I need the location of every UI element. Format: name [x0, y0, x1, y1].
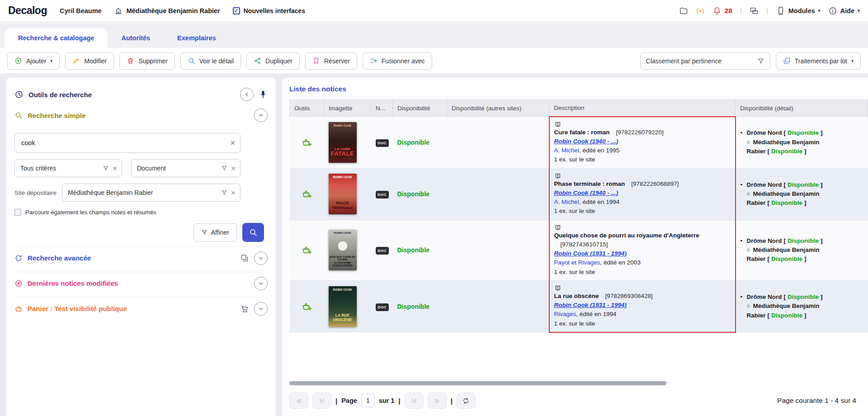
clear-site-icon[interactable]: × [231, 189, 236, 197]
basket-header[interactable]: Panier : Test visibilité publique [14, 305, 127, 313]
expand-recent-records-button[interactable] [254, 277, 268, 290]
collapse-simple-search-button[interactable] [254, 109, 268, 122]
batch-processing-button[interactable]: Traitements par lot ▾ [776, 52, 861, 70]
page-input[interactable] [361, 394, 375, 407]
search-submit-button[interactable] [242, 223, 264, 242]
advanced-search-header[interactable]: Recherche avancée [14, 254, 91, 262]
record-publisher-link[interactable]: Rivages [554, 311, 576, 317]
record-title[interactable]: Cure fatale : roman [554, 129, 610, 136]
folder-share-icon[interactable] [679, 6, 688, 15]
header-description[interactable]: Description [549, 100, 736, 117]
record-publisher-link[interactable]: Payot et Rivages [554, 259, 600, 266]
search-input[interactable] [14, 133, 241, 153]
add-to-basket-icon[interactable] [302, 189, 312, 199]
recent-records-header[interactable]: Dernières notices modifiées [14, 279, 118, 288]
criteria-select[interactable]: Tous critères × [14, 159, 122, 177]
screens-icon[interactable] [750, 6, 759, 15]
record-author-link[interactable]: Robin Cook (1940 - ...) [554, 138, 618, 145]
modules-label: Modules [788, 7, 815, 14]
tab-autorites[interactable]: Autorités [108, 28, 164, 48]
record-publisher-link[interactable]: A. Michel [554, 147, 580, 154]
modules-menu[interactable]: Modules ▾ [776, 6, 821, 15]
simple-search-header[interactable]: Recherche simple [14, 111, 85, 119]
sort-select[interactable]: Classement par pertinence [640, 52, 770, 70]
beacon-icon[interactable] [696, 6, 705, 15]
record-title[interactable]: Quelque chose de pourri au royaume d'Ang… [554, 232, 699, 239]
header-disponibilite[interactable]: Disponibilité [393, 100, 447, 117]
list-title: Liste des notices [289, 85, 868, 93]
notes-checkbox[interactable] [14, 209, 21, 216]
record-author-link[interactable]: Robin Cook (1940 - ...) [554, 189, 618, 196]
merge-icon [370, 57, 377, 65]
record-cover-thumbnail[interactable]: Robin Cook LA CURE FATALE [329, 122, 357, 163]
page-label: Page [341, 397, 357, 404]
tab-exemplaires[interactable]: Exemplaires [164, 28, 229, 48]
cart-icon[interactable] [240, 304, 249, 313]
new-interfaces-toggle[interactable]: ✓ Nouvelles interfaces [233, 7, 305, 14]
expand-advanced-search-button[interactable] [254, 251, 268, 265]
delete-button[interactable]: Supprimer [119, 52, 175, 70]
add-to-basket-icon[interactable] [302, 245, 312, 255]
pager-prev-set-button[interactable] [289, 392, 308, 409]
pin-panel-icon[interactable] [259, 90, 268, 99]
header-disponibilite-autres[interactable]: Disponibilité (autres sites) [447, 100, 549, 117]
record-cover-thumbnail[interactable]: ROBIN COOK PHASE TERMINALE [329, 174, 357, 214]
add-button[interactable]: Ajouter ▾ [7, 52, 60, 70]
refine-button[interactable]: Affiner [193, 223, 237, 241]
collapse-panel-button[interactable] [240, 88, 254, 101]
aide-menu[interactable]: Aide ▾ [828, 6, 860, 15]
notifications-button[interactable]: 28 [712, 6, 732, 15]
view-detail-button[interactable]: Voir le détail [180, 52, 241, 70]
table-row[interactable]: Robin Cook LA CURE FATALE DOC Disponible… [290, 117, 868, 169]
cover-text: QUELQUE CHOSE DE POURRI [330, 255, 356, 261]
record-cover-thumbnail[interactable]: ROBIN COOK LA RUE OBSCÈNE [329, 286, 357, 327]
pager-first-page-button[interactable] [312, 392, 331, 409]
record-title[interactable]: Phase terminale : roman [554, 180, 625, 187]
expand-basket-button[interactable] [254, 302, 268, 316]
clear-search-icon[interactable]: × [230, 139, 235, 147]
notes-checkbox-row[interactable]: Parcourir également les champs notes et … [14, 209, 268, 216]
search-icon [249, 228, 258, 237]
app-logo[interactable]: Decalog [8, 5, 47, 17]
table-row[interactable]: ROBIN COOK PHASE TERMINALE DOC Disponibl… [290, 168, 868, 220]
record-author-link[interactable]: Robin Cook (1931 - 1994) [554, 302, 627, 308]
record-cover-thumbnail[interactable]: ROBIN COOK QUELQUE CHOSE DE POURRI AU RO… [329, 230, 357, 270]
record-edition: , édité en 1995 [579, 147, 619, 154]
clear-doctype-icon[interactable]: × [231, 165, 236, 172]
site-select-value: Médiathèque Benjamin Rabier [68, 189, 217, 196]
open-window-icon[interactable] [240, 254, 249, 263]
add-to-basket-icon[interactable] [302, 301, 312, 312]
site-select[interactable]: Médiathèque Benjamin Rabier × [62, 184, 241, 202]
header-outils[interactable]: Outils [290, 100, 324, 117]
header-disponibilite-detail[interactable]: Disponibilité (détail) [736, 100, 868, 117]
current-site[interactable]: Médiathèque Benjamin Rabier [114, 7, 220, 15]
header-imagette[interactable]: Imagette [324, 100, 371, 117]
duplicate-button[interactable]: Dupliquer [246, 52, 300, 70]
new-interfaces-checkbox[interactable]: ✓ [233, 7, 240, 14]
user-name[interactable]: Cyril Beaume [60, 7, 102, 14]
add-label: Ajouter [26, 57, 46, 65]
main-tabs: Recherche & catalogage Autorités Exempla… [0, 22, 868, 48]
content-area: Outils de recherche Recherche simple [0, 74, 868, 416]
pager-next-set-button[interactable] [428, 392, 447, 409]
chevron-down-icon [257, 280, 264, 287]
tab-recherche-catalogage[interactable]: Recherche & catalogage [5, 28, 108, 48]
record-author-link[interactable]: Robin Cook (1931 - 1994) [554, 250, 627, 257]
doctype-select[interactable]: Document × [131, 159, 241, 177]
clear-criteria-icon[interactable]: × [113, 165, 117, 172]
edit-label: Modifier [84, 57, 107, 65]
pager-last-page-button[interactable] [405, 392, 424, 409]
doc-type-badge: DOC [376, 139, 389, 147]
record-title[interactable]: La rue obscène [554, 293, 599, 299]
record-publisher-link[interactable]: A. Michel [554, 199, 580, 205]
reserve-button[interactable]: Réserver [305, 52, 357, 70]
add-to-basket-icon[interactable] [302, 137, 312, 148]
recent-records-row: Dernières notices modifiées [14, 272, 268, 293]
merge-button[interactable]: Fusionner avec [363, 52, 432, 70]
table-row[interactable]: ROBIN COOK LA RUE OBSCÈNE DOC Disponible… [290, 280, 868, 332]
table-row[interactable]: ROBIN COOK QUELQUE CHOSE DE POURRI AU RO… [290, 220, 868, 280]
header-n[interactable]: N... [371, 100, 393, 117]
horizontal-scrollbar[interactable] [289, 381, 666, 385]
refresh-button[interactable] [457, 392, 476, 409]
edit-button[interactable]: Modifier [65, 52, 114, 70]
